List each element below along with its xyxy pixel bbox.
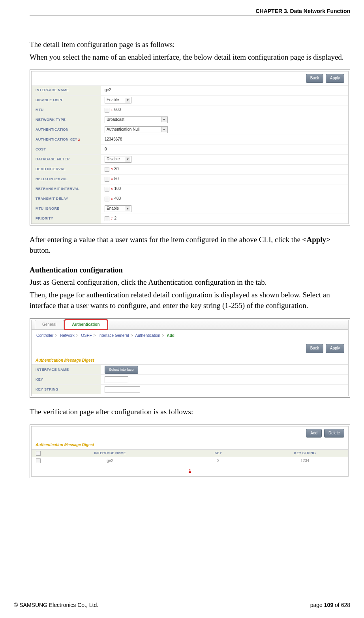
button-bar: Back Apply — [32, 71, 348, 85]
page-number: page 109 of 628 — [310, 602, 350, 608]
select-interface-button[interactable]: Select Interface — [105, 366, 138, 374]
label-mtu-ignore: MTU IGNORE — [32, 204, 101, 214]
select-authentication[interactable]: Authentication Null — [105, 126, 168, 133]
page-footer: © SAMSUNG Electronics Co., Ltd. page 109… — [14, 600, 350, 608]
label-network-type: NETWORK TYPE — [32, 115, 101, 125]
checkbox-hello[interactable] — [105, 177, 109, 182]
label-priority: PRIORITY — [32, 214, 101, 224]
screenshot-auth-config: General Authentication Controller> Netwo… — [30, 318, 350, 398]
select-network-type[interactable]: Broadcast — [105, 116, 168, 123]
footnote-6: 6 — [111, 197, 113, 201]
table-header: INTERFACE NAME KEY KEY STRING — [32, 449, 348, 457]
paragraph: When you select the name of an enabled i… — [30, 52, 350, 63]
checkbox-transmit-delay[interactable] — [105, 197, 109, 201]
apply-button[interactable]: Apply — [326, 344, 344, 353]
paragraph: After entering a value that a user wants… — [30, 234, 350, 256]
back-button[interactable]: Back — [306, 344, 323, 353]
pager[interactable]: 1 — [32, 465, 348, 475]
col-key-string: KEY STRING — [262, 451, 348, 456]
checkbox-mtu[interactable] — [105, 108, 109, 113]
label-authentication: AUTHENTICATION — [32, 125, 101, 135]
add-button[interactable]: Add — [306, 429, 322, 438]
paragraph: Then, the page for authentication relate… — [30, 289, 350, 311]
screenshot-detail-config: Back Apply INTERFACE NAMEge2 DISABLE OSP… — [30, 70, 350, 225]
cell-key: 2 — [175, 458, 261, 464]
paragraph: The verification page after configuratio… — [30, 406, 350, 417]
value-transmit-delay: 400 — [114, 196, 121, 202]
footnote-3: 3 — [111, 167, 113, 172]
footnote-1: 1 — [111, 108, 113, 113]
delete-button[interactable]: Delete — [324, 429, 344, 438]
page-header: CHAPTER 3. Data Network Function — [30, 8, 350, 14]
screenshot-verification: Add Delete Authentication Message Digest… — [30, 425, 350, 478]
section-title: Authentication Message Digest — [32, 440, 348, 449]
col-interface-name: INTERFACE NAME — [45, 451, 175, 456]
label-transmit-delay: TRANSMIT DELAY — [32, 194, 101, 204]
label-auth-key: AUTHENTICATION KEY2 — [32, 135, 101, 145]
footnote-5: 5 — [111, 187, 113, 192]
body-content: The detail item configuration page is as… — [30, 39, 350, 478]
value-cost: 0 — [105, 147, 107, 152]
tab-authentication[interactable]: Authentication — [65, 320, 107, 329]
label-disable-ospf: DISABLE OSPF — [32, 96, 101, 105]
footnote-2: 2 — [78, 137, 80, 142]
label-database-filter: DATABASE FILTER — [32, 155, 101, 164]
heading-auth-config: Authentication configuration — [30, 265, 350, 276]
value-retransmit: 100 — [114, 186, 121, 192]
value-hello: 50 — [114, 176, 118, 182]
value-mtu: 600 — [114, 107, 121, 113]
input-key-string[interactable] — [105, 386, 140, 393]
select-mtu-ignore[interactable]: Enable — [105, 205, 131, 212]
chapter-title: CHAPTER 3. Data Network Function — [255, 8, 350, 14]
label-interface-name: INTERFACE NAME — [32, 86, 101, 95]
footnote-4: 4 — [111, 177, 113, 182]
copyright: © SAMSUNG Electronics Co., Ltd. — [14, 602, 98, 608]
button-bar: Back Apply — [32, 342, 348, 355]
col-key: KEY — [175, 451, 261, 456]
apply-reference: <Apply> — [302, 235, 330, 244]
cell-interface-name: ge2 — [45, 458, 175, 464]
label-cost: COST — [32, 145, 101, 154]
checkbox-row[interactable] — [36, 458, 41, 463]
checkbox-dead[interactable] — [105, 167, 109, 172]
label-dead-interval: DEAD INTERVAL — [32, 165, 101, 174]
value-interface-name: ge2 — [105, 87, 111, 93]
section-title: Authentication Message Digest — [32, 355, 348, 365]
value-dead: 30 — [114, 166, 118, 172]
select-disable-ospf[interactable]: Enable — [105, 97, 131, 103]
footer-rule — [14, 600, 350, 600]
header-rule — [30, 15, 350, 15]
table-row: ge2 2 1234 — [32, 457, 348, 465]
checkbox-select-all[interactable] — [36, 451, 41, 456]
label-key: KEY — [32, 375, 101, 384]
apply-button[interactable]: Apply — [326, 74, 344, 83]
value-priority: 2 — [114, 216, 116, 222]
back-button[interactable]: Back — [306, 74, 323, 83]
tab-bar: General Authentication — [32, 320, 348, 330]
label-hello-interval: HELLO INTERVAL — [32, 175, 101, 184]
tab-general[interactable]: General — [35, 320, 64, 329]
footnote-7: 7 — [111, 216, 113, 221]
select-database-filter[interactable]: Disable — [105, 156, 131, 163]
label-interface-name: INTERFACE NAME — [32, 365, 101, 374]
checkbox-retransmit[interactable] — [105, 187, 109, 192]
checkbox-priority[interactable] — [105, 216, 109, 221]
label-retransmit-interval: RETRANSMIT INTERVAL — [32, 184, 101, 194]
input-key[interactable] — [105, 376, 128, 383]
value-auth-key: 12345678 — [105, 137, 122, 143]
label-key-string: KEY STRING — [32, 385, 101, 394]
breadcrumb: Controller> Network> OSPF> Interface Gen… — [32, 330, 348, 342]
button-bar: Add Delete — [32, 426, 348, 440]
label-mtu: MTU — [32, 105, 101, 115]
cell-key-string: 1234 — [262, 458, 348, 464]
paragraph: Just as General configuration, click the… — [30, 277, 350, 288]
paragraph: The detail item configuration page is as… — [30, 39, 350, 50]
